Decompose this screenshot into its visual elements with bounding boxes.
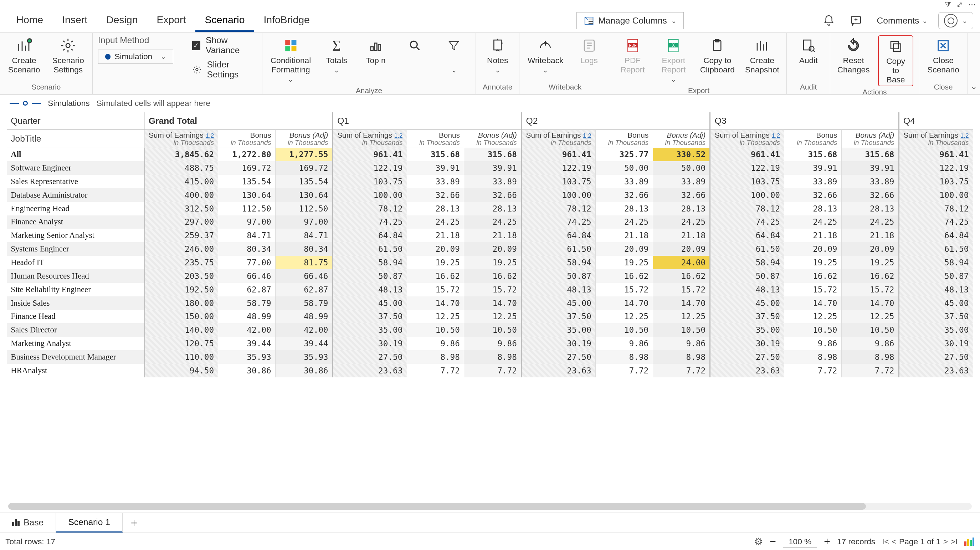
- cell[interactable]: 28.13: [841, 202, 899, 215]
- cell[interactable]: 64.84: [710, 229, 784, 242]
- cell[interactable]: 42.00: [275, 323, 332, 337]
- cell[interactable]: 30.86: [218, 364, 275, 377]
- cell[interactable]: 48.99: [218, 310, 275, 324]
- cell[interactable]: 14.70: [653, 297, 710, 310]
- cell[interactable]: 23.63: [522, 364, 596, 377]
- zoom-level[interactable]: 100 %: [783, 536, 818, 547]
- cell[interactable]: 120.75: [145, 337, 218, 350]
- cell[interactable]: 32.66: [596, 188, 653, 202]
- table-row[interactable]: Sales Director140.0042.0042.0035.0010.50…: [7, 323, 973, 337]
- cell[interactable]: 315.68: [784, 148, 842, 161]
- col-earn[interactable]: Sum of Earnings1.2in Thousands: [145, 130, 218, 148]
- cell[interactable]: 19.25: [784, 256, 842, 269]
- cell[interactable]: 15.72: [784, 283, 842, 297]
- ribbon-collapse-button[interactable]: ⌄: [968, 33, 980, 94]
- cell[interactable]: 28.13: [407, 202, 464, 215]
- col-earn[interactable]: Sum of Earnings1.2in Thousands: [710, 130, 784, 148]
- cell[interactable]: 97.00: [218, 215, 275, 229]
- cell[interactable]: 24.25: [784, 215, 842, 229]
- cell[interactable]: 16.62: [841, 269, 899, 283]
- cell[interactable]: 235.75: [145, 256, 218, 269]
- cell[interactable]: 103.75: [522, 175, 596, 188]
- add-sheet-button[interactable]: ＋: [123, 515, 145, 530]
- cell[interactable]: 10.50: [596, 323, 653, 337]
- cell[interactable]: 14.70: [464, 297, 522, 310]
- cell[interactable]: 64.84: [332, 229, 407, 242]
- col-adj[interactable]: Bonus (Adj)in Thousands: [841, 130, 899, 148]
- cell[interactable]: 33.89: [841, 175, 899, 188]
- cell[interactable]: 61.50: [332, 242, 407, 256]
- cell[interactable]: 10.50: [784, 323, 842, 337]
- cell[interactable]: 112.50: [218, 202, 275, 215]
- cell[interactable]: 20.09: [596, 242, 653, 256]
- show-variance-toggle[interactable]: ✓Show Variance: [192, 35, 257, 55]
- cell[interactable]: 103.75: [710, 175, 784, 188]
- cell[interactable]: 39.44: [275, 337, 332, 350]
- cell[interactable]: 180.00: [145, 297, 218, 310]
- table-row[interactable]: Business Development Manager110.0035.933…: [7, 350, 973, 364]
- table-row[interactable]: Finance Head150.0048.9948.9937.5012.2512…: [7, 310, 973, 324]
- cell[interactable]: 961.41: [332, 148, 407, 161]
- prev-page-button[interactable]: <: [892, 537, 896, 547]
- cell[interactable]: 122.19: [332, 161, 407, 175]
- cell[interactable]: 16.62: [784, 269, 842, 283]
- cell[interactable]: 103.75: [899, 175, 973, 188]
- cell[interactable]: 312.50: [145, 202, 218, 215]
- cell[interactable]: 14.70: [407, 297, 464, 310]
- cell[interactable]: 14.70: [784, 297, 842, 310]
- wb-button[interactable]: Writeback⌄: [525, 35, 566, 76]
- cell[interactable]: 135.54: [275, 175, 332, 188]
- cell[interactable]: 28.13: [464, 202, 522, 215]
- cell[interactable]: 62.87: [218, 283, 275, 297]
- cell[interactable]: 259.37: [145, 229, 218, 242]
- cell[interactable]: 24.00: [653, 256, 710, 269]
- quarter-q1[interactable]: Q1: [332, 112, 521, 130]
- cell[interactable]: 45.00: [710, 297, 784, 310]
- cell[interactable]: 37.50: [522, 310, 596, 324]
- cell[interactable]: 100.00: [710, 188, 784, 202]
- cell[interactable]: 20.09: [653, 242, 710, 256]
- cell[interactable]: 15.72: [596, 283, 653, 297]
- cell[interactable]: 9.86: [407, 337, 464, 350]
- cell[interactable]: 35.93: [275, 350, 332, 364]
- cell[interactable]: 21.18: [841, 229, 899, 242]
- cell[interactable]: 16.62: [596, 269, 653, 283]
- cell[interactable]: 961.41: [710, 148, 784, 161]
- cell[interactable]: 27.50: [899, 350, 973, 364]
- cell[interactable]: 12.25: [464, 310, 522, 324]
- cell[interactable]: 961.41: [899, 148, 973, 161]
- data-grid[interactable]: QuarterGrand TotalQ1Q2Q3Q4JobTitleSum of…: [7, 112, 973, 501]
- cell[interactable]: 14.70: [596, 297, 653, 310]
- cell[interactable]: 103.75: [332, 175, 407, 188]
- filter-icon[interactable]: ⧩: [945, 0, 951, 9]
- cell[interactable]: 78.12: [522, 202, 596, 215]
- cell[interactable]: 50.87: [710, 269, 784, 283]
- cell[interactable]: 61.50: [710, 242, 784, 256]
- table-row[interactable]: Headof IT235.7577.0081.7558.9419.2519.25…: [7, 256, 973, 269]
- cell[interactable]: 58.79: [275, 297, 332, 310]
- cell[interactable]: 961.41: [522, 148, 596, 161]
- reset-button[interactable]: ResetChanges: [835, 35, 871, 76]
- cell[interactable]: 39.91: [784, 161, 842, 175]
- cell[interactable]: 37.50: [710, 310, 784, 324]
- cell[interactable]: 10.50: [841, 323, 899, 337]
- cell[interactable]: 58.94: [522, 256, 596, 269]
- cell[interactable]: 130.64: [275, 188, 332, 202]
- cell[interactable]: 122.19: [710, 161, 784, 175]
- cell[interactable]: 58.94: [710, 256, 784, 269]
- cell[interactable]: 80.34: [275, 242, 332, 256]
- topn-button[interactable]: Top n: [360, 35, 392, 66]
- cell[interactable]: 169.72: [275, 161, 332, 175]
- quarter-grand-total[interactable]: Grand Total: [145, 112, 332, 130]
- cell[interactable]: 9.86: [653, 337, 710, 350]
- cell[interactable]: 35.00: [522, 323, 596, 337]
- cell[interactable]: 48.13: [710, 283, 784, 297]
- cell[interactable]: 61.50: [522, 242, 596, 256]
- col-bonus[interactable]: Bonusin Thousands: [407, 130, 464, 148]
- cell[interactable]: 27.50: [710, 350, 784, 364]
- cell[interactable]: 78.12: [332, 202, 407, 215]
- cell[interactable]: 77.00: [218, 256, 275, 269]
- cell[interactable]: 16.62: [464, 269, 522, 283]
- cell[interactable]: 58.94: [332, 256, 407, 269]
- slider-settings-button[interactable]: Slider Settings: [192, 59, 257, 80]
